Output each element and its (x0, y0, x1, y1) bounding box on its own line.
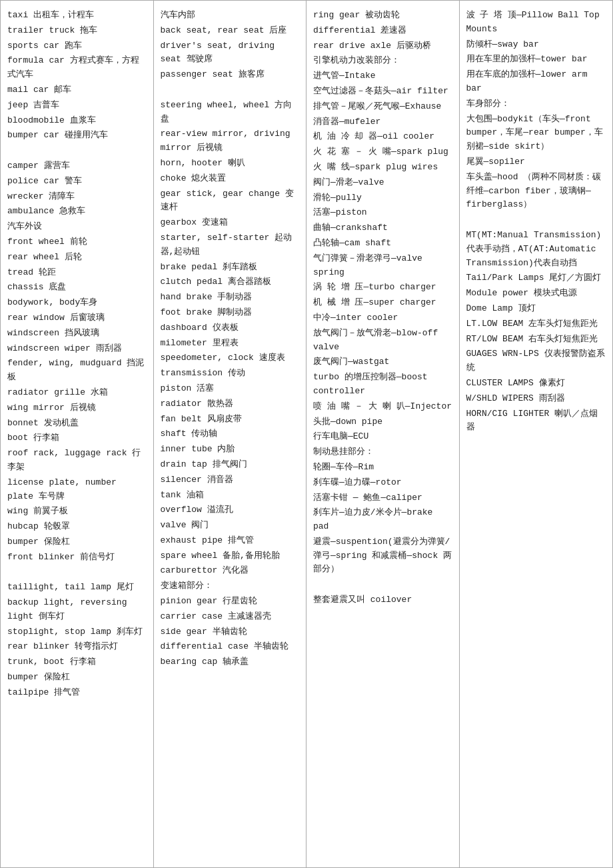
line-item: 气门弹簧－滑老弹弓—valve spring (313, 252, 452, 280)
line-item: RT/LOW BEAM 右车头灯短焦距光 (466, 333, 606, 347)
line-item: 排气管－尾喉／死气喉—Exhause (313, 100, 452, 114)
line-item: 制动悬挂部分： (313, 445, 452, 459)
line-item: 涡 轮 增 压—turbo charger (313, 281, 452, 295)
line-item: windscreen wiper 雨刮器 (7, 342, 147, 356)
line-item: fender, wing, mudguard 挡泥板 (7, 357, 147, 385)
line-item: rear blinker 转弯指示灯 (7, 640, 147, 654)
line-item: 避震—suspention(避震分为弹簧/弹弓—spring 和减震桶—shoc… (313, 535, 452, 577)
line-item: 废气阀门—wastgat (313, 355, 452, 369)
line-item: trailer truck 拖车 (7, 24, 147, 38)
line-item: steering wheel, wheel 方向盘 (161, 99, 300, 127)
line-item: trunk, boot 行李箱 (7, 655, 147, 669)
line-item: front wheel 前轮 (7, 235, 147, 249)
line-item: bonnet 发动机盖 (7, 417, 147, 431)
line-item: bumper car 碰撞用汽车 (7, 129, 147, 143)
line-item: 汽车内部 (161, 9, 300, 23)
line-item: 引擎机动力改装部分： (313, 54, 452, 68)
line-item: police car 警车 (7, 175, 147, 189)
line-item (313, 578, 452, 592)
line-item: radiator grille 水箱 (7, 386, 147, 400)
line-item: GUAGES WRN-LPS 仪表报警防盗系统 (466, 347, 606, 375)
line-item: 行车电脑—ECU (313, 430, 452, 444)
line-item: piston 活塞 (161, 382, 300, 396)
line-item: inner tube 内胎 (161, 443, 300, 457)
line-item: Dome Lamp 顶灯 (466, 302, 606, 316)
line-item: 尾翼—sopiler (466, 155, 606, 169)
line-item: 机 油 冷 却 器—oil cooler (313, 130, 452, 144)
line-item: milometer 里程表 (161, 337, 300, 351)
line-item: rear-view mirror, driving mirror 后视镜 (161, 127, 300, 155)
line-item: sports car 跑车 (7, 39, 147, 53)
line-item: 凸轮轴—cam shaft (313, 237, 452, 251)
line-item: back seat, rear seat 后座 (161, 24, 300, 38)
line-item: side gear 半轴齿轮 (161, 625, 300, 639)
line-item: radiator 散热器 (161, 397, 300, 411)
line-item: 汽车外设 (7, 220, 147, 234)
line-item: pinion gear 行星齿轮 (161, 595, 300, 609)
line-item: wing 前翼子板 (7, 505, 147, 519)
line-item: bodywork, body车身 (7, 296, 147, 310)
line-item: 用在车底的加强杆—lower arm bar (466, 68, 606, 96)
line-item: front blinker 前信号灯 (7, 551, 147, 565)
line-item: turbo 的增压控制器—boost controller (313, 371, 452, 399)
line-item: 刹车碟—迫力碟—rotor (313, 476, 452, 490)
line-item: 消音器—mufeler (313, 115, 452, 129)
line-item: 火 花 塞 － 火 嘴—spark plug (313, 145, 452, 159)
column-3: ring gear 被动齿轮differential 差速器rear drive… (306, 1, 460, 867)
line-item: tread 轮距 (7, 266, 147, 280)
line-item: driver's seat, driving seat 驾驶席 (161, 39, 300, 67)
line-item: tank 油箱 (161, 489, 300, 503)
line-item: 波 子 塔 顶—Pillow Ball Top Mounts (466, 9, 606, 37)
line-item: 机 械 增 压—super charger (313, 296, 452, 310)
line-item: gearbox 变速箱 (161, 216, 300, 230)
column-1: taxi 出租车，计程车trailer truck 拖车sports car 跑… (1, 1, 154, 867)
line-item: valve 阀门 (161, 519, 300, 533)
line-item: boot 行李箱 (7, 431, 147, 445)
line-item: 活塞—piston (313, 206, 452, 220)
line-item: tailpipe 排气管 (7, 686, 147, 700)
line-item: 曲轴—crankshaft (313, 221, 452, 235)
line-item (7, 565, 147, 579)
line-item: shaft 传动轴 (161, 427, 300, 441)
line-item: clutch pedal 离合器踏板 (161, 275, 300, 289)
line-item: formula car 方程式赛车，方程式汽车 (7, 54, 147, 82)
line-item (161, 83, 300, 97)
line-item: rear drive axle 后驱动桥 (313, 39, 452, 53)
line-item: mail car 邮车 (7, 83, 147, 97)
line-item (7, 144, 147, 158)
line-item: 刹车片—迫力皮/米令片—brake pad (313, 506, 452, 534)
line-item: rear window 后窗玻璃 (7, 311, 147, 325)
line-item: 整套避震又叫 coilover (313, 593, 452, 607)
line-item: 头批—down pipe (313, 415, 452, 429)
main-page: taxi 出租车，计程车trailer truck 拖车sports car 跑… (0, 0, 613, 868)
line-item: gear stick, gear change 变速杆 (161, 187, 300, 215)
line-item: roof rack, luggage rack 行李架 (7, 447, 147, 475)
line-item: 放气阀门－放气滑老—blow-off valve (313, 327, 452, 355)
line-item: 阀门—滑老—valve (313, 176, 452, 190)
line-item: backup light, reversing light 倒车灯 (7, 596, 147, 624)
line-item: fan belt 风扇皮带 (161, 413, 300, 427)
line-item: carburettor 汽化器 (161, 564, 300, 578)
line-item: MT(MT:Manual Transmission) 代表手动挡，AT(AT:A… (466, 229, 606, 270)
line-item: taxi 出租车，计程车 (7, 9, 147, 23)
line-item: differential case 半轴齿轮 (161, 640, 300, 654)
line-item: transmission 传动 (161, 367, 300, 381)
line-item: 滑轮—pully (313, 191, 452, 205)
line-item: 中冷—inter cooler (313, 311, 452, 325)
line-item: jeep 吉普车 (7, 99, 147, 113)
line-item: 大包围—bodykit（车头—front bumper，车尾—rear bump… (466, 113, 606, 154)
line-item: ambulance 急救车 (7, 205, 147, 219)
line-item: differential 差速器 (313, 24, 452, 38)
line-item: hand brake 手制动器 (161, 291, 300, 305)
line-item: bumper 保险杠 (7, 535, 147, 549)
line-item: camper 露营车 (7, 159, 147, 173)
column-2: 汽车内部back seat, rear seat 后座driver's seat… (154, 1, 307, 867)
line-item: ring gear 被动齿轮 (313, 9, 452, 23)
line-item: 轮圈—车伶—Rim (313, 461, 452, 475)
line-item: starter, self-starter 起动器,起动钮 (161, 231, 300, 259)
line-item: 车身部分： (466, 97, 606, 111)
line-item: rear wheel 后轮 (7, 251, 147, 265)
line-item: 喷 油 嘴 － 大 喇 叭—Injector (313, 400, 452, 414)
line-item: exhaust pipe 排气管 (161, 534, 300, 548)
line-item: W/SHLD WIPERS 雨刮器 (466, 392, 606, 406)
